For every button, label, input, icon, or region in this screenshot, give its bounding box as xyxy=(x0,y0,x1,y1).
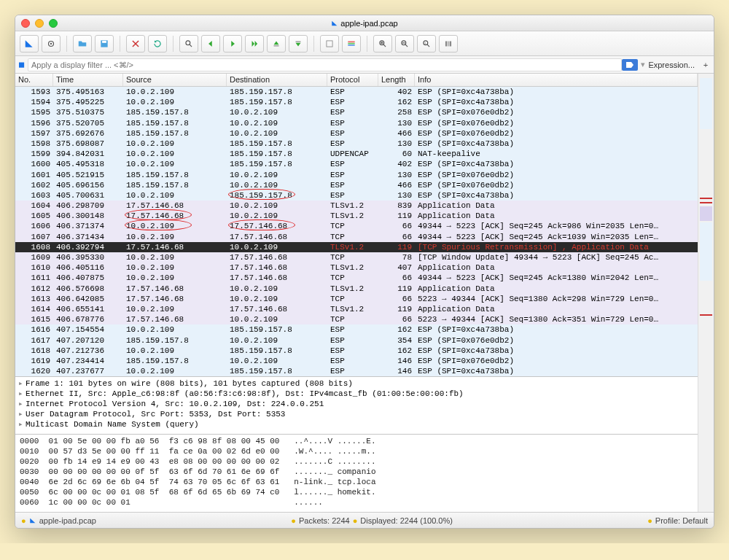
close-file-button[interactable] xyxy=(126,35,145,52)
jump-to-button[interactable] xyxy=(245,35,264,52)
wireshark-fin-icon xyxy=(331,20,338,27)
svg-rect-8 xyxy=(348,41,354,42)
packet-row[interactable]: 1594375.49522510.0.2.109185.159.157.8ESP… xyxy=(15,97,698,107)
svg-rect-5 xyxy=(274,45,279,46)
minimize-icon[interactable] xyxy=(35,19,44,28)
packet-row[interactable]: 1600405.49531810.0.2.109185.159.157.8ESP… xyxy=(15,159,698,169)
detail-line[interactable]: ▸Multicast Domain Name System (query) xyxy=(18,419,695,429)
packet-row[interactable]: 1597375.692676185.159.157.810.0.2.109ESP… xyxy=(15,128,698,139)
packet-row[interactable]: 1609406.39533010.0.2.10917.57.146.68TCP7… xyxy=(15,252,698,262)
zoom-reset-button[interactable]: 1 xyxy=(417,35,436,52)
go-back-button[interactable] xyxy=(201,35,220,52)
packet-row[interactable]: 1599394.84203110.0.2.109185.159.157.8UDP… xyxy=(15,149,698,159)
open-file-button[interactable] xyxy=(73,35,92,52)
packet-bytes[interactable]: 0000 01 00 5e 00 00 fb a0 56 f3 c6 98 8f… xyxy=(15,434,698,512)
go-forward-button[interactable] xyxy=(223,35,242,52)
capture-options-button[interactable] xyxy=(42,35,61,52)
status-bar: ● apple-ipad.pcap ● Packets: 2244 ● Disp… xyxy=(15,512,714,528)
packet-row[interactable]: 1610406.40511610.0.2.10917.57.146.68TLSv… xyxy=(15,262,698,273)
packet-row[interactable]: 1617407.207120185.159.157.810.0.2.109ESP… xyxy=(15,335,698,346)
packet-row[interactable]: 1612406.57669817.57.146.6810.0.2.109TLSv… xyxy=(15,284,698,294)
detail-line[interactable]: ▸User Datagram Protocol, Src Port: 5353,… xyxy=(18,409,695,419)
detail-line[interactable]: ▸Frame 1: 101 bytes on wire (808 bits), … xyxy=(18,378,695,389)
packet-row[interactable]: 1604406.29870917.57.146.6810.0.2.109TLSv… xyxy=(15,201,698,211)
colorize-button[interactable] xyxy=(342,35,361,52)
close-icon[interactable] xyxy=(21,19,30,28)
packet-details[interactable]: ▸Frame 1: 101 bytes on wire (808 bits), … xyxy=(15,376,698,434)
col-info[interactable]: Info xyxy=(415,74,698,86)
status-profile[interactable]: Profile: Default xyxy=(655,516,708,525)
packet-row[interactable]: 1611406.40787510.0.2.10917.57.146.68TCP6… xyxy=(15,273,698,283)
hex-line[interactable]: 0030 00 00 00 00 00 00 0f 5f 63 6f 6d 70… xyxy=(20,467,693,477)
column-headers[interactable]: No. Time Source Destination Protocol Len… xyxy=(15,74,698,87)
svg-rect-3 xyxy=(102,40,106,42)
col-destination[interactable]: Destination xyxy=(227,74,327,86)
col-source[interactable]: Source xyxy=(123,74,227,86)
svg-rect-10 xyxy=(348,44,354,46)
zoom-in-button[interactable] xyxy=(373,35,392,52)
zoom-icon[interactable] xyxy=(49,19,58,28)
save-file-button[interactable] xyxy=(95,35,114,52)
status-displayed: Displayed: 2244 (100.0%) xyxy=(360,516,453,525)
zoom-out-button[interactable] xyxy=(395,35,414,52)
col-time[interactable]: Time xyxy=(53,74,123,86)
packet-row[interactable]: 1608406.39279417.57.146.6810.0.2.109TLSv… xyxy=(15,242,698,252)
packet-row[interactable]: 1613406.64208517.57.146.6810.0.2.109TCP6… xyxy=(15,294,698,304)
hex-line[interactable]: 0020 00 fb 14 e9 14 e9 00 43 e8 08 00 00… xyxy=(20,456,693,467)
packet-row[interactable]: 1614406.65514110.0.2.10917.57.146.68TLSv… xyxy=(15,304,698,314)
app-window: apple-ipad.pcap 1 ◼ ▾ Expression.. xyxy=(15,15,714,529)
packet-row[interactable]: 1593375.49516310.0.2.109185.159.157.8ESP… xyxy=(15,87,698,97)
col-protocol[interactable]: Protocol xyxy=(327,74,378,86)
svg-rect-6 xyxy=(296,41,301,42)
reload-button[interactable] xyxy=(148,35,167,52)
svg-text:1: 1 xyxy=(424,41,426,44)
packet-row[interactable]: 1596375.520705185.159.157.810.0.2.109ESP… xyxy=(15,118,698,128)
svg-rect-16 xyxy=(448,41,449,46)
hex-line[interactable]: 0050 6c 00 00 0c 00 01 08 5f 68 6f 6d 65… xyxy=(20,487,693,497)
packet-row[interactable]: 1620407.23767710.0.2.109185.159.157.8ESP… xyxy=(15,366,698,376)
hex-line[interactable]: 0040 6e 2d 6c 69 6e 6b 04 5f 74 63 70 05… xyxy=(20,477,693,487)
packet-row[interactable]: 1619407.234414185.159.157.810.0.2.109ESP… xyxy=(15,356,698,366)
svg-point-4 xyxy=(186,40,190,44)
packet-row[interactable]: 1616407.15455410.0.2.109185.159.157.8ESP… xyxy=(15,324,698,335)
last-packet-button[interactable] xyxy=(289,35,308,52)
packet-row[interactable]: 1602405.696156185.159.157.810.0.2.109ESP… xyxy=(15,180,698,190)
svg-rect-17 xyxy=(450,41,451,46)
find-button[interactable] xyxy=(179,35,198,52)
col-length[interactable]: Length xyxy=(378,74,415,86)
packet-row[interactable]: 1598375.69808710.0.2.109185.159.157.8ESP… xyxy=(15,139,698,149)
hex-line[interactable]: 0000 01 00 5e 00 00 fb a0 56 f3 c6 98 8f… xyxy=(20,436,693,446)
svg-point-1 xyxy=(50,42,52,44)
col-no[interactable]: No. xyxy=(15,74,53,86)
packet-row[interactable]: 1595375.510375185.159.157.810.0.2.109ESP… xyxy=(15,107,698,117)
hex-line[interactable]: 0010 00 57 d3 5e 00 00 ff 11 fa ce 0a 00… xyxy=(20,446,693,456)
filter-bar: ◼ ▾ Expression... + xyxy=(15,56,714,74)
packet-row[interactable]: 1606406.37137410.0.2.10917.57.146.68TCP6… xyxy=(15,221,698,231)
display-filter-input[interactable] xyxy=(28,58,622,71)
svg-rect-7 xyxy=(327,40,332,46)
svg-rect-15 xyxy=(445,41,447,46)
status-packets: Packets: 2244 xyxy=(299,516,350,525)
packet-list[interactable]: 1593375.49516310.0.2.109185.159.157.8ESP… xyxy=(15,87,698,376)
packet-row[interactable]: 1607406.37143410.0.2.10917.57.146.68TCP6… xyxy=(15,232,698,242)
packet-row[interactable]: 1601405.521915185.159.157.810.0.2.109ESP… xyxy=(15,170,698,180)
wireshark-logo-button[interactable] xyxy=(20,35,39,52)
packet-row[interactable]: 1618407.21273610.0.2.109185.159.157.8ESP… xyxy=(15,346,698,356)
packet-row[interactable]: 1603405.70063110.0.2.109185.159.157.8ESP… xyxy=(15,190,698,201)
packet-row[interactable]: 1605406.30014817.57.146.6810.0.2.109TLSv… xyxy=(15,211,698,221)
minimap[interactable] xyxy=(698,74,714,512)
detail-line[interactable]: ▸Internet Protocol Version 4, Src: 10.0.… xyxy=(18,399,695,409)
hex-line[interactable]: 0060 1c 00 00 0c 00 01 ...... xyxy=(20,497,693,508)
status-file: apple-ipad.pcap xyxy=(39,516,96,525)
apply-filter-button[interactable] xyxy=(622,59,638,71)
first-packet-button[interactable] xyxy=(267,35,286,52)
detail-line[interactable]: ▸Ethernet II, Src: Apple_c6:98:8f (a0:56… xyxy=(18,389,695,399)
auto-scroll-button[interactable] xyxy=(320,35,339,52)
packet-row[interactable]: 1615406.67877617.57.146.6810.0.2.109TCP6… xyxy=(15,314,698,324)
bookmark-icon[interactable]: ◼ xyxy=(18,60,25,69)
expression-button[interactable]: Expression... xyxy=(648,61,695,69)
wireshark-fin-icon xyxy=(29,517,36,524)
svg-rect-9 xyxy=(348,42,354,44)
add-filter-button[interactable]: + xyxy=(701,61,711,69)
resize-columns-button[interactable] xyxy=(439,35,458,52)
